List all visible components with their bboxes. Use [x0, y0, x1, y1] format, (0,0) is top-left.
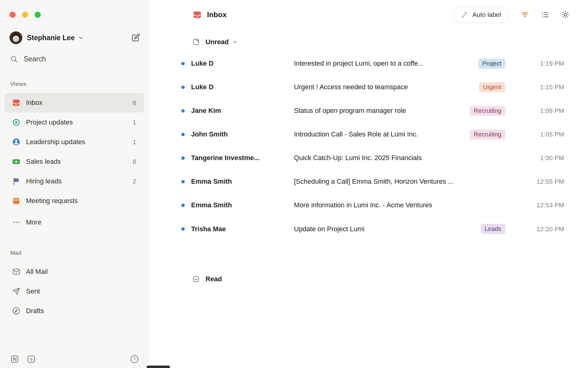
email-list: Luke D Interested in project Lumi, open … [180, 52, 570, 241]
sidebar-item-project-updates[interactable]: Project updates 1 [5, 113, 144, 132]
user-name[interactable]: Stephanie Lee [27, 34, 75, 42]
sidebar-item-more[interactable]: More [5, 213, 144, 232]
sidebar-item-label: Leadership updates [26, 138, 85, 146]
unread-section-header[interactable]: Unread [180, 29, 570, 52]
unread-dot [181, 204, 185, 207]
mail-icon [12, 267, 21, 276]
read-section-header[interactable]: Read [180, 266, 570, 289]
chevron-down-icon[interactable] [77, 34, 84, 41]
email-subject: More information in Lumi Inc. - Acme Ven… [294, 201, 505, 209]
sidebar-item-label: All Mail [26, 268, 48, 276]
search-button[interactable]: Search [10, 55, 140, 63]
unread-label: Unread [205, 38, 229, 46]
sidebar-section-title: Views [10, 81, 149, 87]
flag-icon [12, 177, 21, 186]
sidebar-item-label: Meeting requests [26, 197, 78, 205]
email-label-badge[interactable]: Recruiting [470, 129, 505, 140]
unread-dot [181, 156, 185, 160]
email-label-badge[interactable]: Leads [481, 224, 506, 234]
sidebar-item-list: Inbox 8 Project updates 1 Leadership upd… [0, 93, 149, 232]
unread-checkbox-icon[interactable] [192, 38, 200, 46]
sidebar-item-inbox[interactable]: Inbox 8 [5, 93, 144, 113]
chevron-down-icon[interactable] [232, 39, 238, 45]
email-sender: Emma Smith [191, 178, 294, 186]
email-time: 12:55 PM [505, 178, 570, 185]
sidebar-item-drafts[interactable]: Drafts [5, 301, 144, 321]
read-checkbox-icon[interactable] [192, 275, 200, 283]
sidebar-item-label: Drafts [26, 307, 44, 315]
auto-label-button[interactable]: Auto label [453, 7, 509, 23]
email-sender: John Smith [191, 130, 294, 138]
inbox-icon [193, 10, 202, 19]
close-button[interactable] [9, 12, 16, 18]
email-row[interactable]: Luke D Interested in project Lumi, open … [180, 52, 570, 75]
sidebar-item-count: 8 [133, 158, 136, 165]
email-time: 1:05 PM [505, 131, 570, 138]
sidebar-item-meeting-requests[interactable]: Meeting requests [5, 191, 144, 211]
app-window: Stephanie Lee Search Views Inbox 8 Proje… [0, 0, 588, 368]
main-header: Inbox Auto label [180, 0, 570, 29]
list-view-icon[interactable] [541, 10, 549, 19]
unread-dot [181, 109, 185, 113]
drafts-icon [12, 307, 21, 315]
email-sender: Trisha Mae [191, 225, 294, 233]
email-time: 1:15 PM [505, 83, 570, 91]
email-sender: Luke D [191, 83, 294, 91]
calendar-app-icon[interactable]: 6 [27, 355, 36, 364]
email-label-badge[interactable]: Project [478, 59, 505, 69]
email-row[interactable]: Jane Kim Status of open program manager … [180, 99, 570, 123]
email-subject: Status of open program manager role [294, 107, 470, 115]
email-subject: Interested in project Lumi, open to a co… [294, 59, 478, 67]
settings-gear-icon[interactable] [561, 10, 570, 19]
sidebar-item-hiring-leads[interactable]: Hiring leads 2 [5, 171, 144, 191]
sidebar-item-all-mail[interactable]: All Mail [5, 262, 144, 282]
filter-icon[interactable] [521, 10, 529, 19]
email-row[interactable]: Emma Smith [Scheduling a Call] Emma Smit… [180, 170, 570, 194]
sidebar-item-label: Sent [26, 287, 40, 295]
sidebar-item-sent[interactable]: Sent [5, 282, 144, 301]
email-time: 1:09 PM [505, 107, 570, 114]
email-row[interactable]: Trisha Mae Update on Project Lumi Leads … [180, 217, 570, 241]
email-row[interactable]: Luke D Urgent ! Access needed to teamspa… [180, 75, 570, 99]
sidebar-item-sales-leads[interactable]: Sales leads 8 [5, 152, 144, 171]
sidebar-item-label: Project updates [26, 118, 73, 126]
email-row[interactable]: John Smith Introduction Call - Sales Rol… [180, 123, 570, 146]
unread-dot [181, 227, 185, 231]
unread-dot [181, 133, 185, 136]
sidebar-footer: 6 ? [0, 346, 149, 368]
target-icon [12, 118, 21, 127]
email-label-badge[interactable]: Recruiting [470, 106, 505, 116]
send-icon [12, 287, 21, 296]
sidebar-item-list: All Mail Sent Drafts [0, 262, 149, 321]
email-sender: Tangerine Investme... [191, 154, 294, 162]
sidebar-section: Mail All Mail Sent Drafts [0, 250, 149, 321]
unread-dot [181, 180, 185, 183]
account-switcher: Stephanie Lee [9, 31, 140, 44]
sidebar-item-leadership-updates[interactable]: Leadership updates 1 [5, 132, 144, 152]
zoom-button[interactable] [35, 12, 41, 18]
email-sender: Jane Kim [191, 107, 294, 115]
sidebar-item-count: 1 [133, 138, 136, 146]
email-subject: Update on Project Lumi [294, 225, 481, 233]
inbox-icon [12, 98, 21, 107]
email-time: 1:00 PM [505, 154, 570, 162]
email-row[interactable]: Tangerine Investme... Quick Catch-Up: Lu… [180, 146, 570, 170]
avatar[interactable] [9, 31, 22, 44]
search-label: Search [24, 55, 46, 63]
email-sender: Emma Smith [191, 201, 294, 209]
email-row[interactable]: Emma Smith More information in Lumi Inc.… [180, 194, 570, 217]
sidebar-item-count: 8 [133, 99, 136, 106]
scrollbar-thumb[interactable] [147, 366, 170, 368]
email-subject: [Scheduling a Call] Emma Smith, Horizon … [294, 178, 505, 186]
window-controls [0, 0, 149, 18]
compose-button[interactable] [131, 33, 140, 42]
person-circle-icon [12, 138, 21, 146]
email-label-badge[interactable]: Urgent [479, 82, 505, 92]
email-time: 12:53 PM [505, 201, 570, 209]
email-subject: Urgent ! Access needed to teamspace [294, 83, 479, 91]
minimize-button[interactable] [22, 12, 28, 18]
email-sender: Luke D [191, 59, 294, 67]
notion-app-icon[interactable] [10, 355, 19, 364]
unread-dot [181, 62, 185, 65]
help-button[interactable]: ? [130, 355, 139, 364]
